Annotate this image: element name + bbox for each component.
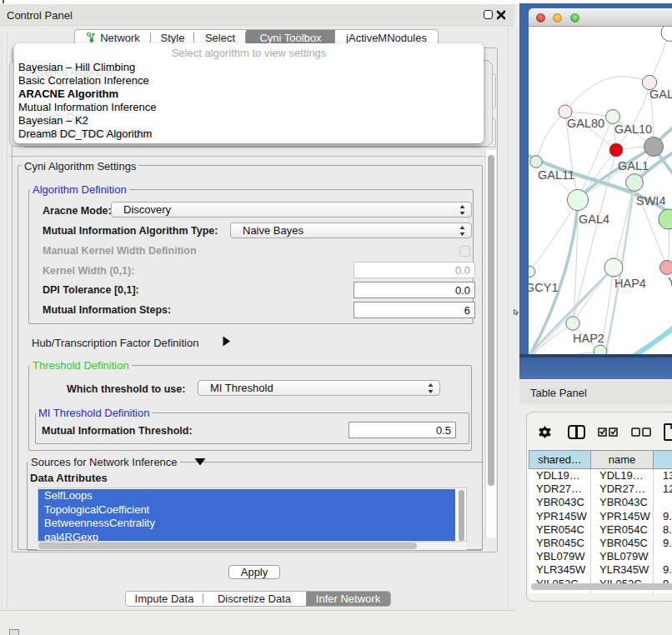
svg-text:GAL80: GAL80 bbox=[567, 117, 604, 130]
svg-text:GAL1: GAL1 bbox=[618, 159, 649, 172]
svg-text:SWI4: SWI4 bbox=[636, 194, 665, 208]
svg-text:GAL10: GAL10 bbox=[614, 122, 652, 136]
svg-text:GCY1: GCY1 bbox=[529, 281, 559, 294]
svg-text:GAL: GAL bbox=[649, 88, 672, 101]
svg-text:HAP4: HAP4 bbox=[614, 277, 646, 290]
svg-text:GAL11: GAL11 bbox=[538, 168, 574, 182]
svg-text:GAL4: GAL4 bbox=[579, 212, 609, 226]
svg-text:HAP2: HAP2 bbox=[573, 332, 604, 345]
svg-text:Y: Y bbox=[668, 275, 672, 288]
